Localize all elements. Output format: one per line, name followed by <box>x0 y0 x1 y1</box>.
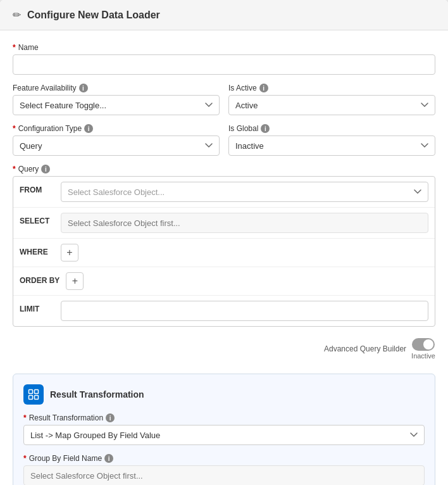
row-config-global: * Configuration Type i Query Is Global i… <box>13 124 435 165</box>
configuration-type-label: * Configuration Type i <box>13 124 220 133</box>
is-active-label-text: Is Active <box>228 84 257 92</box>
result-transformation-section: Result Transformation * Result Transform… <box>13 374 435 485</box>
query-select-label: SELECT <box>20 213 54 225</box>
result-transformation-field-group: * Result Transformation i List -> Map Gr… <box>23 413 425 445</box>
name-label-text: Name <box>18 43 39 52</box>
advanced-query-toggle-container: Inactive <box>411 338 435 360</box>
name-input[interactable] <box>13 54 435 75</box>
is-global-info-icon[interactable]: i <box>261 124 270 133</box>
configuration-type-select[interactable]: Query <box>13 135 220 156</box>
advanced-query-toggle[interactable] <box>412 338 435 351</box>
is-global-label-text: Is Global <box>228 124 258 133</box>
query-from-control: Select Salesforce Object... <box>61 182 428 202</box>
svg-rect-2 <box>29 396 33 400</box>
query-limit-row: LIMIT <box>13 296 435 326</box>
query-builder: FROM Select Salesforce Object... SELECT <box>13 176 435 327</box>
is-active-info-icon[interactable]: i <box>259 84 268 92</box>
result-transformation-header: Result Transformation <box>23 384 425 405</box>
query-orderby-label: ORDER BY <box>20 272 59 285</box>
configuration-type-label-text: Configuration Type <box>18 124 82 133</box>
modal-title: Configure New Data Loader <box>27 9 160 21</box>
query-limit-control <box>61 301 428 321</box>
configuration-type-group: * Configuration Type i Query <box>13 124 220 156</box>
group-by-info-icon[interactable]: i <box>104 454 113 463</box>
feature-availability-group: Feature Availability i Select Feature To… <box>13 84 220 115</box>
group-by-field-label: * Group By Field Name i <box>23 454 425 463</box>
row-availability-active: Feature Availability i Select Feature To… <box>13 84 435 124</box>
query-from-select[interactable]: Select Salesforce Object... <box>61 182 428 202</box>
svg-rect-3 <box>35 396 39 400</box>
query-limit-label: LIMIT <box>20 301 54 313</box>
is-global-group: Is Global i Active Inactive <box>228 124 435 156</box>
configure-data-loader-modal: ✏ Configure New Data Loader * Name Featu… <box>0 0 448 485</box>
name-group: * Name <box>13 43 435 75</box>
advanced-query-row: Advanced Query Builder Inactive <box>13 336 435 365</box>
query-from-label: FROM <box>20 182 54 194</box>
result-transformation-title: Result Transformation <box>50 389 144 400</box>
query-label-text: Query <box>18 165 39 173</box>
query-group: * Query i FROM Select Salesforce Object.… <box>13 165 435 365</box>
is-global-select[interactable]: Active Inactive <box>228 135 435 156</box>
result-transformation-info-icon[interactable]: i <box>106 413 115 422</box>
advanced-query-label: Advanced Query Builder <box>324 344 406 353</box>
query-where-control: + <box>61 244 428 261</box>
configuration-type-info-icon[interactable]: i <box>84 124 93 133</box>
query-orderby-add-button[interactable]: + <box>66 272 84 290</box>
is-global-label: Is Global i <box>228 124 435 133</box>
result-transformation-field-label: * Result Transformation i <box>23 413 425 422</box>
group-by-field-input <box>23 465 425 485</box>
query-limit-input[interactable] <box>61 301 428 321</box>
query-required-marker: * <box>13 165 16 173</box>
is-active-group: Is Active i Active Inactive <box>228 84 435 115</box>
config-type-required-marker: * <box>13 124 16 133</box>
query-orderby-control: + <box>66 272 428 290</box>
query-orderby-row: ORDER BY + <box>13 267 435 296</box>
query-section-label: * Query i <box>13 165 435 173</box>
result-transformation-required-marker: * <box>23 413 27 422</box>
modal-body: * Name Feature Availability i Select Fea… <box>0 30 448 485</box>
query-from-row: FROM Select Salesforce Object... <box>13 177 435 208</box>
svg-rect-0 <box>29 390 33 394</box>
name-required-marker: * <box>13 43 16 52</box>
advanced-query-toggle-status: Inactive <box>411 352 435 360</box>
svg-rect-1 <box>35 390 39 394</box>
query-select-control <box>61 213 428 233</box>
query-select-input <box>61 213 428 233</box>
result-transformation-field-label-text: Result Transformation <box>29 413 103 422</box>
query-where-label: WHERE <box>20 244 54 256</box>
query-select-row: SELECT <box>13 208 435 239</box>
group-by-field-label-text: Group By Field Name <box>29 454 102 463</box>
feature-availability-select[interactable]: Select Feature Toggle... <box>13 95 220 115</box>
is-active-label: Is Active i <box>228 84 435 92</box>
modal-header: ✏ Configure New Data Loader <box>0 0 448 30</box>
feature-availability-label: Feature Availability i <box>13 84 220 92</box>
group-by-field-group: * Group By Field Name i <box>23 454 425 485</box>
group-by-required-marker: * <box>23 454 27 463</box>
result-transformation-icon <box>23 384 44 405</box>
edit-icon: ✏ <box>13 9 21 21</box>
feature-availability-label-text: Feature Availability <box>13 84 77 92</box>
feature-availability-info-icon[interactable]: i <box>79 84 88 92</box>
result-transformation-select[interactable]: List -> Map Grouped By Field Value <box>23 425 425 445</box>
name-label: * Name <box>13 43 435 52</box>
query-where-row: WHERE + <box>13 239 435 267</box>
query-where-add-button[interactable]: + <box>61 244 78 261</box>
is-active-select[interactable]: Active Inactive <box>228 95 435 115</box>
query-info-icon[interactable]: i <box>41 165 50 173</box>
